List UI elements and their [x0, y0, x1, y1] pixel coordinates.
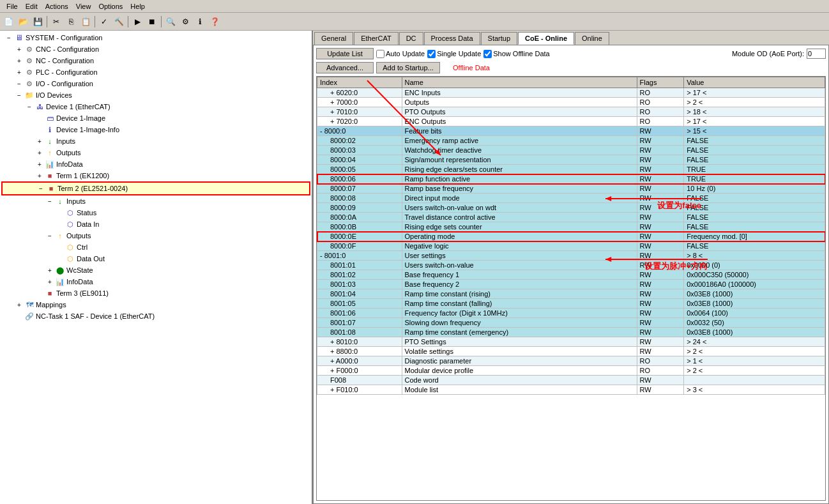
tab-online[interactable]: Online — [575, 32, 609, 45]
auto-update-checkbox[interactable] — [376, 50, 384, 58]
tree-item-term2-inputs[interactable]: − ↓ Inputs — [1, 195, 310, 207]
tab-general[interactable]: General — [314, 32, 353, 45]
menu-edit[interactable]: Edit — [22, 1, 42, 11]
toolbar-search[interactable]: 🔍 — [164, 15, 178, 29]
toolbar-copy[interactable]: ⎘ — [64, 15, 78, 29]
table-row[interactable]: 8001:07Slowing down frequencyRW0x0032 (5… — [317, 318, 825, 328]
tree-item-term3[interactable]: ■ Term 3 (EL9011) — [1, 287, 310, 299]
menu-file[interactable]: File — [3, 1, 22, 11]
tree-expander-inputs[interactable]: + — [34, 138, 45, 145]
table-row[interactable]: + 7000:0OutputsRO> 2 < — [317, 98, 825, 107]
toolbar-new[interactable]: 📄 — [1, 15, 15, 29]
table-row[interactable]: 8001:01Users switch-on-valueRW0x0000 (0) — [317, 261, 825, 270]
single-update-checkbox[interactable] — [427, 50, 436, 58]
tree-item-device1-image[interactable]: 🗃 Device 1-Image — [1, 112, 310, 124]
table-row[interactable]: 8000:0ATravel distance control activeRWF… — [317, 213, 825, 222]
table-row[interactable]: 8000:0EOperating modeRWFrequency mod. [0… — [317, 232, 825, 241]
table-row[interactable]: 8001:04Ramp time constant (rising)RW0x03… — [317, 289, 825, 299]
tree-item-io[interactable]: − ⚙ I/O - Configuration — [1, 78, 310, 89]
menu-help[interactable]: Help — [126, 1, 149, 11]
table-row[interactable]: 8000:03Watchdog timer deactiveRWFALSE — [317, 146, 825, 155]
toolbar-build[interactable]: 🔨 — [112, 15, 126, 29]
tree-item-io-devices[interactable]: − 📁 I/O Devices — [1, 89, 310, 101]
tree-item-nc[interactable]: + ⚙ NC - Configuration — [1, 55, 310, 66]
table-row[interactable]: + 6020:0ENC InputsRO> 17 < — [317, 88, 825, 98]
table-row[interactable]: 8001:03Base frequency 2RW0x000186A0 (100… — [317, 280, 825, 289]
toolbar-info[interactable]: ℹ — [193, 15, 207, 29]
tree-expander-io-devices[interactable]: − — [14, 92, 24, 99]
advanced-button[interactable]: Advanced... — [316, 62, 374, 73]
tree-item-term2-status[interactable]: ⬡ Status — [1, 207, 310, 218]
tree-item-device1-image-info[interactable]: ℹ Device 1-Image-Info — [1, 124, 310, 135]
tree-expander-nc[interactable]: + — [14, 57, 24, 65]
table-row[interactable]: + F010:0Module listRW> 3 < — [317, 385, 825, 395]
table-row[interactable]: + 7010:0PTO OutputsRO> 18 < — [317, 107, 825, 117]
tab-startup[interactable]: Startup — [481, 32, 517, 45]
tree-expander-infodata[interactable]: + — [34, 161, 45, 168]
table-row[interactable]: F008Code wordRW — [317, 376, 825, 385]
toolbar-stop[interactable]: ⏹ — [145, 15, 159, 29]
tree-expander-cnc[interactable]: + — [14, 46, 24, 53]
tree-item-term2[interactable]: − ■ Term 2 (EL2521-0024) — [1, 181, 310, 195]
table-row[interactable]: 8000:04Sign/amount representationRWFALSE — [317, 155, 825, 165]
show-offline-label[interactable]: Show Offline Data — [483, 50, 549, 58]
table-row[interactable]: + A000:0Diagnostic parameterRO> 1 < — [317, 356, 825, 366]
tree-expander-t2infodata[interactable]: + — [45, 279, 55, 286]
table-row[interactable]: - 8000:0Feature bitsRW> 15 < — [317, 126, 825, 136]
table-row[interactable]: + F000:0Modular device profileRO> 2 < — [317, 366, 825, 376]
table-row[interactable]: - 8001:0User settingsRW> 8 < — [317, 251, 825, 261]
tree-expander-term2-outputs[interactable]: − — [45, 233, 55, 240]
tree-item-term2-infodata[interactable]: + 📊 InfoData — [1, 276, 310, 287]
tree-expander-io[interactable]: − — [14, 80, 24, 88]
auto-update-label[interactable]: Auto Update — [376, 50, 425, 58]
tree-item-term2-ctrl[interactable]: ⬡ Ctrl — [1, 241, 310, 253]
table-row[interactable]: + 8010:0PTO SettingsRW> 24 < — [317, 337, 825, 347]
toolbar-check[interactable]: ✓ — [97, 15, 111, 29]
tree-expander-device1[interactable]: − — [24, 103, 34, 111]
table-row[interactable]: + 8800:0Volatile settingsRW> 2 < — [317, 347, 825, 356]
tab-processdata[interactable]: Process Data — [424, 32, 480, 45]
tree-item-term2-wcstate[interactable]: + ⬤ WcState — [1, 264, 310, 276]
table-row[interactable]: 8000:07Ramp base frequencyRW10 Hz (0) — [317, 184, 825, 194]
tree-item-outputs[interactable]: + ↑ Outputs — [1, 147, 310, 158]
menu-view[interactable]: View — [72, 1, 95, 11]
menu-actions[interactable]: Actions — [42, 1, 72, 11]
toolbar-open[interactable]: 📂 — [16, 15, 30, 29]
table-row[interactable]: 8000:08Direct input modeRWFALSE — [317, 194, 825, 203]
toolbar-cut[interactable]: ✂ — [49, 15, 63, 29]
tree-item-term2-dataout[interactable]: ⬡ Data Out — [1, 253, 310, 264]
toolbar-paste[interactable]: 📋 — [79, 15, 93, 29]
table-row[interactable]: 8001:05Ramp time constant (falling)RW0x0… — [317, 299, 825, 309]
tab-ethercat[interactable]: EtherCAT — [354, 32, 398, 45]
add-to-startup-button[interactable]: Add to Startup... — [376, 62, 440, 73]
tree-item-plc[interactable]: + ⚙ PLC - Configuration — [1, 66, 310, 78]
table-row[interactable]: 8000:06Ramp function activeRWTRUE — [317, 174, 825, 184]
tab-dc[interactable]: DC — [399, 32, 423, 45]
tree-expander-mappings[interactable]: + — [14, 302, 24, 309]
toolbar-run[interactable]: ▶ — [130, 15, 144, 29]
tree-item-nctask[interactable]: 🔗 NC-Task 1 SAF - Device 1 (EtherCAT) — [1, 310, 310, 322]
tree-item-mappings[interactable]: + 🗺 Mappings — [1, 299, 310, 310]
toolbar-help[interactable]: ❓ — [208, 15, 222, 29]
table-row[interactable]: + 7020:0ENC OutputsRO> 17 < — [317, 117, 825, 126]
tree-expander-system[interactable]: − — [4, 34, 14, 42]
tree-expander-outputs[interactable]: + — [34, 149, 45, 157]
tree-item-system[interactable]: − 🖥 SYSTEM - Configuration — [1, 32, 310, 43]
tree-item-term2-datain[interactable]: ⬡ Data In — [1, 218, 310, 230]
table-row[interactable]: 8000:0FNegative logicRWFALSE — [317, 241, 825, 251]
coe-table-container[interactable]: Index Name Flags Value + 6020:0ENC Input… — [316, 76, 826, 501]
tree-item-term1[interactable]: + ■ Term 1 (EK1200) — [1, 170, 310, 181]
show-offline-checkbox[interactable] — [483, 50, 492, 58]
tree-expander-plc[interactable]: + — [14, 69, 24, 76]
tree-expander-term2[interactable]: − — [36, 185, 46, 192]
tree-expander-wcstate[interactable]: + — [45, 267, 55, 274]
toolbar-config[interactable]: ⚙ — [178, 15, 192, 29]
table-row[interactable]: 8001:08Ramp time constant (emergency)RW0… — [317, 328, 825, 337]
tree-item-infodata[interactable]: + 📊 InfoData — [1, 158, 310, 170]
tab-coe-online[interactable]: CoE - Online — [518, 32, 574, 45]
table-row[interactable]: 8000:0BRising edge sets counterRWFALSE — [317, 222, 825, 232]
toolbar-save[interactable]: 💾 — [31, 15, 45, 29]
tree-item-inputs[interactable]: + ↓ Inputs — [1, 135, 310, 147]
table-row[interactable]: 8001:02Base frequency 1RW0x000C350 (5000… — [317, 270, 825, 280]
offline-data-button[interactable]: Offline Data — [443, 63, 500, 73]
